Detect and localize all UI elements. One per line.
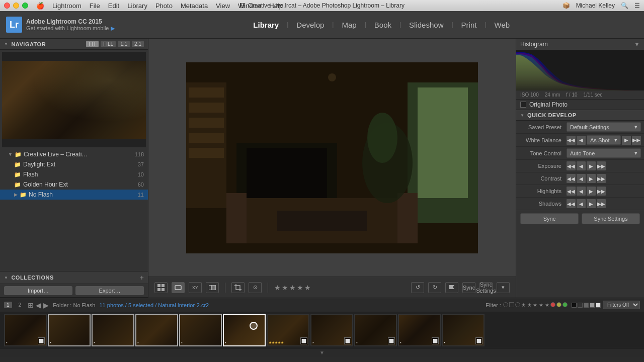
crop-button[interactable] <box>231 282 245 293</box>
rotate-ccw-button[interactable]: ↺ <box>411 282 424 293</box>
wb-inc-button[interactable]: ▶ <box>622 136 631 145</box>
exposure-inc-button[interactable]: ▶ <box>587 161 596 170</box>
sync-button[interactable]: Sync <box>520 213 579 224</box>
nav-fit-button[interactable]: FIT <box>86 41 99 47</box>
window-controls[interactable] <box>4 3 28 9</box>
filter-dot-flag[interactable] <box>509 302 514 307</box>
highlights-dec-large-button[interactable]: ◀◀ <box>567 187 576 196</box>
toolbar-sync-button[interactable]: Sync <box>462 282 475 293</box>
import-button[interactable]: Import… <box>4 286 72 295</box>
bottom-toggle[interactable]: ▼ <box>0 348 644 357</box>
filmstrip-page-1[interactable]: 1 <box>4 302 12 308</box>
filmstrip-nav-grid[interactable]: ⊞ <box>28 301 34 309</box>
contrast-inc-large-button[interactable]: ▶▶ <box>597 174 606 183</box>
exposure-dec-large-button[interactable]: ◀◀ <box>567 161 576 170</box>
film-thumb-2[interactable]: * <box>48 314 91 346</box>
highlights-dec-button[interactable]: ◀ <box>577 187 586 196</box>
collections-add-icon[interactable]: + <box>140 274 144 282</box>
menu-metadata[interactable]: Metadata <box>181 2 208 10</box>
filter-dot-green[interactable] <box>562 302 568 307</box>
filter-sq-white[interactable] <box>596 303 601 308</box>
highlights-inc-button[interactable]: ▶ <box>587 187 596 196</box>
maximize-button[interactable] <box>22 3 28 9</box>
filter-sq-mid[interactable] <box>584 303 589 308</box>
toolbar-dropdown[interactable]: ▾ <box>497 282 510 293</box>
film-thumb-1[interactable]: ⬜ * <box>4 314 47 346</box>
shadows-dec-large-button[interactable]: ◀◀ <box>567 199 576 208</box>
folder-creative-live[interactable]: ▼ 📁 Creative Live – Creati… 118 <box>0 149 148 159</box>
compare-view-button[interactable]: XY <box>189 282 202 293</box>
loupe-view-button[interactable] <box>172 282 185 293</box>
nav-slideshow[interactable]: Slideshow <box>403 19 449 31</box>
exposure-inc-large-button[interactable]: ▶▶ <box>597 161 606 170</box>
star-2[interactable]: ★ <box>282 284 288 292</box>
folder-no-flash[interactable]: ▶ 📁 No Flash 11 <box>0 190 148 200</box>
filter-sq-light[interactable] <box>590 303 595 308</box>
wb-dec-button[interactable]: ◀ <box>577 136 586 145</box>
close-button[interactable] <box>4 3 10 9</box>
shadows-inc-button[interactable]: ▶ <box>587 199 596 208</box>
tone-control-dropdown[interactable]: Auto Tone ▾ <box>567 148 641 158</box>
exposure-dec-button[interactable]: ◀ <box>577 161 586 170</box>
white-balance-dropdown[interactable]: As Shot ▾ <box>587 135 621 145</box>
bottom-toggle-arrow[interactable]: ▼ <box>319 350 325 355</box>
nav-fill-button[interactable]: FILL <box>101 41 116 47</box>
nav-book[interactable]: Book <box>368 19 397 31</box>
filter-dot-none[interactable] <box>503 302 508 307</box>
star-4[interactable]: ★ <box>297 284 303 292</box>
shadows-inc-large-button[interactable]: ▶▶ <box>597 199 606 208</box>
film-thumb-10[interactable]: ⬜ * <box>398 314 441 346</box>
filter-star-icon[interactable]: ★ ★ ★ ★ ★ <box>521 302 549 308</box>
sync-settings-button[interactable]: Sync Settings <box>582 213 640 224</box>
histogram-header[interactable]: Histogram ▼ <box>516 39 644 50</box>
export-button[interactable]: Export… <box>75 286 144 295</box>
film-thumb-5[interactable]: * <box>179 314 222 346</box>
filter-dot-yellow[interactable] <box>556 302 561 307</box>
menu-photo[interactable]: Photo <box>155 2 173 10</box>
menu-library[interactable]: Library <box>127 2 147 10</box>
nav-2to1-button[interactable]: 2:1 <box>132 41 144 47</box>
highlights-inc-large-button[interactable]: ▶▶ <box>597 187 606 196</box>
filter-sq-dark[interactable] <box>578 303 583 308</box>
film-thumb-3[interactable]: * <box>92 314 134 346</box>
film-thumb-6[interactable]: * <box>223 314 266 346</box>
spray-button[interactable]: ⊙ <box>249 282 262 293</box>
contrast-dec-large-button[interactable]: ◀◀ <box>567 174 576 183</box>
toolbar-sync-settings-button[interactable]: Sync Settings <box>479 282 493 293</box>
nav-develop[interactable]: Develop <box>290 19 330 31</box>
wb-inc-large-button[interactable]: ▶▶ <box>632 136 641 145</box>
nav-1to1-button[interactable]: 1:1 <box>118 41 130 47</box>
folder-golden-hour[interactable]: 📁 Golden Hour Ext 60 <box>0 179 148 190</box>
folder-flash[interactable]: 📁 Flash 10 <box>0 169 148 179</box>
filmstrip-nav-prev[interactable]: ◀ <box>36 301 41 309</box>
grid-view-button[interactable] <box>154 282 168 293</box>
quick-develop-header[interactable]: ▼ Quick Develop <box>516 110 644 121</box>
nav-library[interactable]: Library <box>247 19 285 31</box>
filter-dot-star[interactable] <box>515 302 520 307</box>
filmstrip-page-2[interactable]: 2 <box>16 302 24 308</box>
contrast-dec-button[interactable]: ◀ <box>577 174 586 183</box>
flag-button[interactable] <box>445 282 458 293</box>
search-icon[interactable]: 🔍 <box>621 2 628 9</box>
menu-view[interactable]: View <box>216 2 230 10</box>
wb-dec-large-button[interactable]: ◀◀ <box>567 136 576 145</box>
star-rating[interactable]: ★ ★ ★ ★ ★ <box>274 284 311 292</box>
menu-file[interactable]: File <box>90 2 100 10</box>
folder-daylight-ext[interactable]: 📁 Daylight Ext 37 <box>0 159 148 169</box>
menu-apple[interactable]: 🍎 <box>36 2 44 10</box>
film-thumb-8[interactable]: ⬜ * <box>310 314 353 346</box>
contrast-inc-button[interactable]: ▶ <box>587 174 596 183</box>
star-5[interactable]: ★ <box>304 284 311 292</box>
filter-sq-black[interactable] <box>572 303 577 308</box>
navigator-header[interactable]: ▼ Navigator FIT FILL 1:1 2:1 <box>0 39 148 50</box>
film-thumb-9[interactable]: ⬜ * <box>354 314 397 346</box>
filters-off-dropdown[interactable]: Filters Off <box>603 301 640 309</box>
saved-preset-dropdown[interactable]: Default Settings ▾ <box>567 122 641 132</box>
menu-icon[interactable]: ☰ <box>634 2 640 9</box>
shadows-dec-button[interactable]: ◀ <box>577 199 586 208</box>
nav-web[interactable]: Web <box>489 19 516 31</box>
filter-dot-red[interactable] <box>550 302 555 307</box>
minimize-button[interactable] <box>13 3 19 9</box>
filmstrip-nav-next[interactable]: ▶ <box>43 301 49 309</box>
film-thumb-4[interactable]: * <box>135 314 178 346</box>
